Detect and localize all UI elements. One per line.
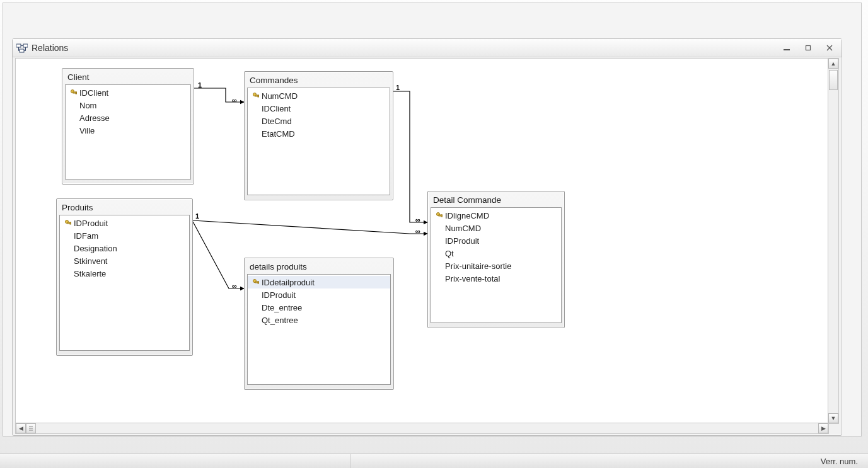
status-numlock: Verr. num. (821, 457, 858, 466)
scroll-up-button[interactable]: ▲ (828, 59, 838, 69)
field-produits-stkalerte[interactable]: Stkalerte (60, 267, 189, 280)
field-produits-idfam[interactable]: IDFam (60, 229, 189, 242)
relations-title: Relations (32, 43, 773, 53)
entity-client-title: Client (65, 71, 191, 84)
card-commandes-1: 1 (396, 84, 400, 91)
field-produits-designation[interactable]: Designation (60, 242, 189, 254)
relations-canvas[interactable]: 1 ∞ 1 ∞ 1 ∞ ∞ Client IDClient Nom Adress… (15, 58, 829, 424)
field-client-ville[interactable]: Ville (66, 124, 190, 137)
field-commandes-dtecmd[interactable]: DteCmd (248, 115, 390, 127)
field-detailcmd-numcmd[interactable]: NumCMD (431, 222, 561, 234)
field-label: NumCMD (445, 224, 481, 233)
svg-rect-2 (20, 49, 24, 52)
field-label: IDFam (74, 231, 98, 241)
field-label: Nom (79, 101, 96, 110)
entity-detail-commande-title: Detail Commande (431, 194, 562, 207)
svg-rect-16 (258, 282, 259, 283)
svg-rect-3 (784, 49, 790, 50)
field-label: Ville (79, 126, 95, 135)
field-label: Designation (74, 244, 117, 253)
entity-details-produits-title: details produits (247, 261, 391, 274)
minimize-button[interactable] (778, 42, 795, 54)
field-label: IDdetailproduit (262, 278, 315, 287)
vertical-scrollbar[interactable]: ▲ ▼ (828, 58, 839, 424)
field-label: Adresse (79, 113, 110, 123)
field-label: NumCMD (262, 91, 298, 101)
svg-rect-4 (806, 46, 811, 50)
field-detailsprod-idproduit[interactable]: IDProduit (248, 288, 390, 301)
svg-rect-7 (76, 92, 77, 94)
scroll-thumb-v[interactable] (829, 70, 838, 90)
card-produits-1a: 1 (195, 212, 199, 220)
scroll-track-grip[interactable] (26, 423, 36, 433)
field-detailsprod-dteentree[interactable]: Dte_entree (248, 301, 390, 314)
field-detailsprod-qtentree[interactable]: Qt_entree (248, 314, 390, 326)
relations-titlebar[interactable]: Relations (13, 39, 842, 57)
field-label: Prix-unitaire-sortie (445, 261, 511, 271)
entity-commandes[interactable]: Commandes NumCMD IDClient DteCmd EtatCMD (244, 71, 393, 200)
entity-details-produits[interactable]: details produits IDdetailproduit IDProdu… (244, 258, 394, 390)
field-detailcmd-prixunitaire[interactable]: Prix-unitaire-sortie (431, 260, 561, 272)
svg-rect-0 (16, 44, 21, 47)
field-label: IDProduit (262, 290, 296, 300)
field-detailsprod-iddetailproduit[interactable]: IDdetailproduit (248, 276, 390, 288)
field-client-nom[interactable]: Nom (66, 99, 190, 111)
field-produits-stkinvent[interactable]: Stkinvent (60, 254, 189, 267)
field-detailcmd-idlignecmd[interactable]: IDligneCMD (431, 209, 561, 222)
card-client-1: 1 (198, 81, 202, 89)
entity-client[interactable]: Client IDClient Nom Adresse Ville (62, 68, 194, 185)
entity-commandes-title: Commandes (247, 74, 390, 88)
status-bar: Verr. num. (0, 454, 868, 468)
scroll-right-button[interactable]: ▶ (818, 423, 828, 433)
svg-rect-13 (70, 222, 71, 224)
entity-produits[interactable]: Produits IDProduit IDFam Designation Stk… (56, 198, 193, 356)
scroll-left-button[interactable]: ◀ (16, 423, 26, 433)
relations-icon (16, 43, 28, 53)
svg-rect-1 (23, 44, 28, 47)
field-client-idclient[interactable]: IDClient (66, 86, 190, 99)
field-label: Qt (445, 249, 454, 258)
field-label: IDligneCMD (445, 211, 489, 220)
app-outer-frame: Relations (3, 3, 862, 437)
close-button[interactable] (821, 42, 838, 54)
field-label: IDProduit (445, 236, 479, 246)
scroll-down-button[interactable]: ▼ (828, 413, 838, 423)
statusbar-divider (350, 454, 350, 468)
field-produits-idproduit[interactable]: IDProduit (60, 217, 189, 229)
restore-button[interactable] (800, 42, 816, 54)
field-label: Stkalerte (74, 269, 106, 278)
field-label: Qt_entree (262, 316, 298, 325)
card-commandes-inf: ∞ (232, 96, 237, 104)
card-detailsprod-inf: ∞ (232, 282, 237, 290)
field-detailcmd-idproduit[interactable]: IDProduit (431, 234, 561, 247)
entity-detail-commande[interactable]: Detail Commande IDligneCMD NumCMD IDProd… (427, 191, 565, 328)
field-label: IDProduit (74, 219, 108, 228)
card-detailcmd-inf-1: ∞ (415, 216, 420, 224)
svg-rect-19 (441, 215, 443, 217)
relations-window: Relations (12, 38, 842, 436)
field-commandes-etatcmd[interactable]: EtatCMD (248, 127, 390, 140)
svg-rect-10 (258, 95, 259, 97)
field-label: IDClient (79, 88, 108, 98)
field-detailcmd-qt[interactable]: Qt (431, 247, 561, 260)
entity-produits-title: Produits (59, 202, 190, 215)
field-label: IDClient (262, 104, 291, 113)
card-detailcmd-inf-2: ∞ (415, 227, 420, 235)
field-label: DteCmd (262, 117, 292, 126)
horizontal-scrollbar[interactable]: ◀ ▶ (15, 423, 829, 434)
field-label: Dte_entree (262, 303, 302, 312)
field-label: EtatCMD (262, 129, 295, 139)
field-client-adresse[interactable]: Adresse (66, 111, 190, 124)
field-commandes-numcmd[interactable]: NumCMD (248, 89, 390, 102)
field-commandes-idclient[interactable]: IDClient (248, 102, 390, 115)
field-detailcmd-prixtotal[interactable]: Prix-vente-total (431, 272, 561, 285)
field-label: Prix-vente-total (445, 274, 500, 283)
field-label: Stkinvent (74, 256, 107, 266)
